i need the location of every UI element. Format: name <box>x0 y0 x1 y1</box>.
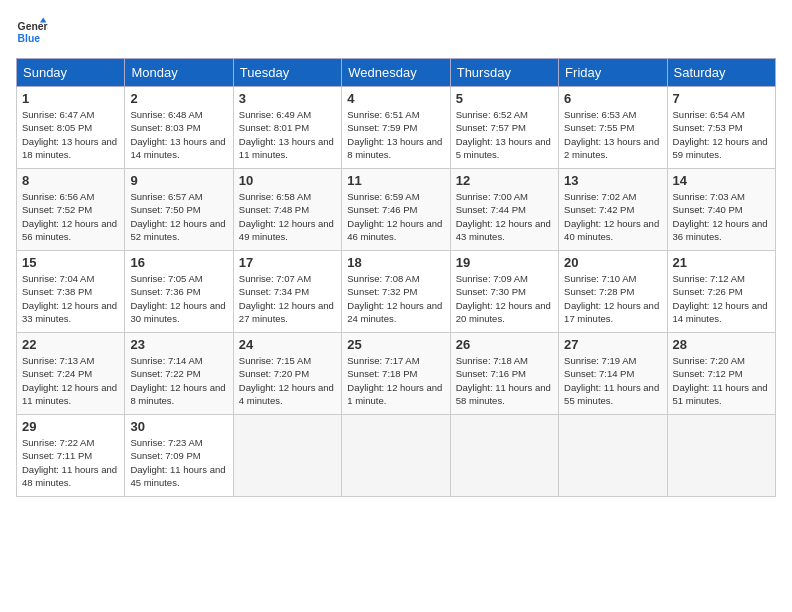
day-info: Sunrise: 7:09 AM Sunset: 7:30 PM Dayligh… <box>456 272 553 325</box>
day-info: Sunrise: 7:18 AM Sunset: 7:16 PM Dayligh… <box>456 354 553 407</box>
day-info: Sunrise: 6:48 AM Sunset: 8:03 PM Dayligh… <box>130 108 227 161</box>
day-number: 23 <box>130 337 227 352</box>
day-number: 15 <box>22 255 119 270</box>
day-number: 18 <box>347 255 444 270</box>
day-info: Sunrise: 7:02 AM Sunset: 7:42 PM Dayligh… <box>564 190 661 243</box>
calendar-cell: 19 Sunrise: 7:09 AM Sunset: 7:30 PM Dayl… <box>450 251 558 333</box>
calendar-cell: 4 Sunrise: 6:51 AM Sunset: 7:59 PM Dayli… <box>342 87 450 169</box>
day-info: Sunrise: 6:56 AM Sunset: 7:52 PM Dayligh… <box>22 190 119 243</box>
day-info: Sunrise: 7:00 AM Sunset: 7:44 PM Dayligh… <box>456 190 553 243</box>
day-number: 8 <box>22 173 119 188</box>
calendar-cell: 5 Sunrise: 6:52 AM Sunset: 7:57 PM Dayli… <box>450 87 558 169</box>
day-number: 19 <box>456 255 553 270</box>
day-info: Sunrise: 7:10 AM Sunset: 7:28 PM Dayligh… <box>564 272 661 325</box>
week-row-5: 29 Sunrise: 7:22 AM Sunset: 7:11 PM Dayl… <box>17 415 776 497</box>
calendar-cell: 15 Sunrise: 7:04 AM Sunset: 7:38 PM Dayl… <box>17 251 125 333</box>
day-number: 12 <box>456 173 553 188</box>
day-number: 22 <box>22 337 119 352</box>
header: General Blue <box>16 16 776 48</box>
day-info: Sunrise: 7:12 AM Sunset: 7:26 PM Dayligh… <box>673 272 770 325</box>
calendar-cell: 9 Sunrise: 6:57 AM Sunset: 7:50 PM Dayli… <box>125 169 233 251</box>
calendar-cell: 16 Sunrise: 7:05 AM Sunset: 7:36 PM Dayl… <box>125 251 233 333</box>
svg-text:Blue: Blue <box>18 33 41 44</box>
day-info: Sunrise: 7:22 AM Sunset: 7:11 PM Dayligh… <box>22 436 119 489</box>
day-info: Sunrise: 7:23 AM Sunset: 7:09 PM Dayligh… <box>130 436 227 489</box>
svg-text:General: General <box>18 21 48 32</box>
day-info: Sunrise: 7:15 AM Sunset: 7:20 PM Dayligh… <box>239 354 336 407</box>
day-number: 21 <box>673 255 770 270</box>
calendar-cell: 28 Sunrise: 7:20 AM Sunset: 7:12 PM Dayl… <box>667 333 775 415</box>
calendar-cell: 8 Sunrise: 6:56 AM Sunset: 7:52 PM Dayli… <box>17 169 125 251</box>
calendar-cell: 7 Sunrise: 6:54 AM Sunset: 7:53 PM Dayli… <box>667 87 775 169</box>
day-header-tuesday: Tuesday <box>233 59 341 87</box>
day-info: Sunrise: 7:14 AM Sunset: 7:22 PM Dayligh… <box>130 354 227 407</box>
logo: General Blue <box>16 16 48 48</box>
day-info: Sunrise: 7:07 AM Sunset: 7:34 PM Dayligh… <box>239 272 336 325</box>
header-row: SundayMondayTuesdayWednesdayThursdayFrid… <box>17 59 776 87</box>
calendar-cell: 10 Sunrise: 6:58 AM Sunset: 7:48 PM Dayl… <box>233 169 341 251</box>
calendar-cell <box>450 415 558 497</box>
calendar-cell: 11 Sunrise: 6:59 AM Sunset: 7:46 PM Dayl… <box>342 169 450 251</box>
day-header-friday: Friday <box>559 59 667 87</box>
calendar-cell: 2 Sunrise: 6:48 AM Sunset: 8:03 PM Dayli… <box>125 87 233 169</box>
day-info: Sunrise: 7:03 AM Sunset: 7:40 PM Dayligh… <box>673 190 770 243</box>
calendar-cell: 13 Sunrise: 7:02 AM Sunset: 7:42 PM Dayl… <box>559 169 667 251</box>
day-number: 2 <box>130 91 227 106</box>
day-number: 11 <box>347 173 444 188</box>
calendar-cell <box>559 415 667 497</box>
day-number: 25 <box>347 337 444 352</box>
day-number: 14 <box>673 173 770 188</box>
week-row-2: 8 Sunrise: 6:56 AM Sunset: 7:52 PM Dayli… <box>17 169 776 251</box>
calendar-cell <box>667 415 775 497</box>
day-number: 30 <box>130 419 227 434</box>
calendar-cell: 18 Sunrise: 7:08 AM Sunset: 7:32 PM Dayl… <box>342 251 450 333</box>
calendar-cell: 21 Sunrise: 7:12 AM Sunset: 7:26 PM Dayl… <box>667 251 775 333</box>
calendar-cell: 30 Sunrise: 7:23 AM Sunset: 7:09 PM Dayl… <box>125 415 233 497</box>
day-info: Sunrise: 6:59 AM Sunset: 7:46 PM Dayligh… <box>347 190 444 243</box>
week-row-1: 1 Sunrise: 6:47 AM Sunset: 8:05 PM Dayli… <box>17 87 776 169</box>
day-number: 10 <box>239 173 336 188</box>
calendar-table: SundayMondayTuesdayWednesdayThursdayFrid… <box>16 58 776 497</box>
day-info: Sunrise: 6:52 AM Sunset: 7:57 PM Dayligh… <box>456 108 553 161</box>
day-info: Sunrise: 6:54 AM Sunset: 7:53 PM Dayligh… <box>673 108 770 161</box>
calendar-cell: 1 Sunrise: 6:47 AM Sunset: 8:05 PM Dayli… <box>17 87 125 169</box>
day-info: Sunrise: 7:04 AM Sunset: 7:38 PM Dayligh… <box>22 272 119 325</box>
day-info: Sunrise: 7:17 AM Sunset: 7:18 PM Dayligh… <box>347 354 444 407</box>
week-row-4: 22 Sunrise: 7:13 AM Sunset: 7:24 PM Dayl… <box>17 333 776 415</box>
day-number: 29 <box>22 419 119 434</box>
logo-icon: General Blue <box>16 16 48 48</box>
day-number: 4 <box>347 91 444 106</box>
day-info: Sunrise: 6:49 AM Sunset: 8:01 PM Dayligh… <box>239 108 336 161</box>
day-number: 9 <box>130 173 227 188</box>
svg-marker-2 <box>40 18 46 23</box>
day-header-sunday: Sunday <box>17 59 125 87</box>
day-info: Sunrise: 7:19 AM Sunset: 7:14 PM Dayligh… <box>564 354 661 407</box>
calendar-cell: 20 Sunrise: 7:10 AM Sunset: 7:28 PM Dayl… <box>559 251 667 333</box>
day-number: 6 <box>564 91 661 106</box>
day-number: 3 <box>239 91 336 106</box>
day-number: 5 <box>456 91 553 106</box>
day-header-monday: Monday <box>125 59 233 87</box>
day-info: Sunrise: 7:13 AM Sunset: 7:24 PM Dayligh… <box>22 354 119 407</box>
day-info: Sunrise: 7:20 AM Sunset: 7:12 PM Dayligh… <box>673 354 770 407</box>
day-number: 28 <box>673 337 770 352</box>
calendar-cell: 3 Sunrise: 6:49 AM Sunset: 8:01 PM Dayli… <box>233 87 341 169</box>
day-info: Sunrise: 6:57 AM Sunset: 7:50 PM Dayligh… <box>130 190 227 243</box>
calendar-cell: 6 Sunrise: 6:53 AM Sunset: 7:55 PM Dayli… <box>559 87 667 169</box>
calendar-cell: 26 Sunrise: 7:18 AM Sunset: 7:16 PM Dayl… <box>450 333 558 415</box>
day-header-thursday: Thursday <box>450 59 558 87</box>
day-number: 24 <box>239 337 336 352</box>
day-number: 16 <box>130 255 227 270</box>
day-number: 1 <box>22 91 119 106</box>
day-number: 27 <box>564 337 661 352</box>
calendar-cell: 22 Sunrise: 7:13 AM Sunset: 7:24 PM Dayl… <box>17 333 125 415</box>
day-info: Sunrise: 6:47 AM Sunset: 8:05 PM Dayligh… <box>22 108 119 161</box>
day-number: 26 <box>456 337 553 352</box>
calendar-cell: 25 Sunrise: 7:17 AM Sunset: 7:18 PM Dayl… <box>342 333 450 415</box>
day-number: 7 <box>673 91 770 106</box>
day-number: 17 <box>239 255 336 270</box>
calendar-cell: 12 Sunrise: 7:00 AM Sunset: 7:44 PM Dayl… <box>450 169 558 251</box>
calendar-cell: 23 Sunrise: 7:14 AM Sunset: 7:22 PM Dayl… <box>125 333 233 415</box>
calendar-cell: 14 Sunrise: 7:03 AM Sunset: 7:40 PM Dayl… <box>667 169 775 251</box>
calendar-cell: 27 Sunrise: 7:19 AM Sunset: 7:14 PM Dayl… <box>559 333 667 415</box>
